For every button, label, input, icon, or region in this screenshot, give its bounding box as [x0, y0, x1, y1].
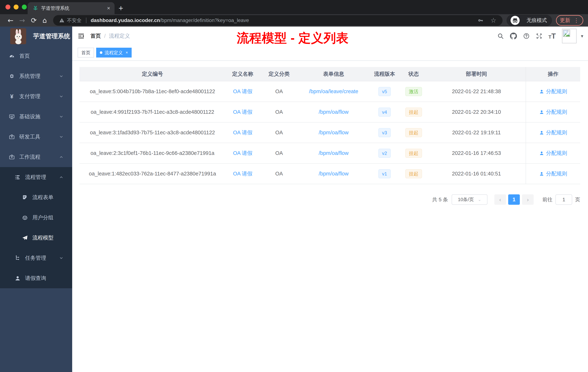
key-icon[interactable] [477, 17, 483, 23]
definition-name-link[interactable]: OA 请假 [233, 170, 252, 177]
reload-icon[interactable]: ⟳ [31, 17, 37, 24]
breadcrumb-home[interactable]: 首页 [90, 33, 101, 40]
definition-name-link[interactable]: OA 请假 [233, 150, 252, 157]
table-row: oa_leave:2:3c1f0ef1-76b1-11ec-9c66-a2380… [79, 143, 580, 164]
back-icon[interactable]: ← [8, 17, 13, 24]
sidebar-toggle-icon[interactable] [78, 33, 84, 39]
new-tab-button[interactable]: + [118, 3, 123, 13]
fullscreen-icon[interactable] [536, 33, 542, 39]
sidebar-item-infra[interactable]: 基础设施 [0, 107, 72, 127]
sidebar-item-pay[interactable]: ¥ 支付管理 [0, 86, 72, 107]
form-link[interactable]: /bpm/oa/flow [319, 150, 348, 156]
column-header: 定义分类 [260, 67, 298, 81]
form-link[interactable]: /bpm/oa/flow [319, 130, 348, 136]
chevron-down-icon [59, 256, 63, 260]
sidebar-item-home[interactable]: 首页 [0, 46, 72, 66]
goto-page: 前往 页 [542, 194, 580, 205]
user-icon [539, 151, 544, 156]
tag-home[interactable]: 首页 [78, 48, 94, 57]
sidebar-logo[interactable]: 芋道管理系统 [0, 27, 72, 46]
current-page-button[interactable]: 1 [508, 194, 520, 205]
logo-avatar [10, 28, 26, 44]
github-icon[interactable] [510, 33, 517, 40]
sidebar-item-label: 流程模型 [32, 234, 53, 241]
browser-tab[interactable]: 芋道管理系统 × [28, 2, 115, 14]
table-row: oa_leave:1:482ec033-762a-11ec-8477-a2380… [79, 164, 580, 184]
update-label[interactable]: 更新 [560, 17, 570, 24]
help-icon[interactable] [523, 33, 530, 39]
column-header: 状态 [400, 67, 427, 81]
briefcase-icon [9, 154, 15, 160]
bookmark-star-icon[interactable]: ☆ [491, 17, 496, 24]
avatar-caret-icon[interactable]: ▾ [581, 33, 583, 39]
sidebar-item-devtools[interactable]: 研发工具 [0, 127, 72, 147]
sidebar-item-workflow[interactable]: 工作流程 [0, 147, 72, 167]
sidebar: 芋道管理系统 首页 系统管理 [0, 27, 72, 372]
tab-close-icon[interactable]: × [107, 5, 110, 11]
sidebar-item-user-group[interactable]: 用户分组 [0, 208, 72, 228]
home-icon[interactable]: ⌂ [42, 17, 47, 24]
deploy-time-cell: 2022-01-16 17:46:53 [427, 143, 526, 163]
window-controls[interactable] [5, 5, 27, 10]
avatar[interactable] [562, 29, 577, 43]
page-size-value: 10条/页 [458, 196, 474, 203]
assign-rule-button[interactable]: 分配规则 [539, 109, 567, 116]
tag-process-definition[interactable]: 流程定义 × [96, 48, 132, 57]
update-chip[interactable]: 更新 ⋮ [556, 15, 583, 26]
sidebar-item-system[interactable]: 系统管理 [0, 66, 72, 86]
tag-label: 首页 [81, 50, 90, 56]
sidebar-item-label: 基础设施 [19, 113, 40, 120]
definition-name-link[interactable]: OA 请假 [233, 109, 252, 116]
chevron-down-icon [59, 114, 63, 119]
assign-rule-button[interactable]: 分配规则 [539, 170, 567, 177]
form-link[interactable]: /bpm/oa/flow [319, 109, 348, 115]
form-link[interactable]: /bpm/oa/flow [319, 171, 348, 177]
browser-toolbar: ← → ⟳ ⌂ 不安全 dashboard.yudao.iocoder.cn/b… [0, 14, 588, 27]
table-row: oa_leave:5:004b710b-7b8a-11ec-8ef0-acde4… [79, 81, 580, 102]
forward-icon[interactable]: → [19, 17, 25, 24]
zoom-window-button[interactable] [22, 5, 27, 10]
prev-page-button[interactable]: ‹ [494, 194, 506, 205]
sidebar-item-label: 用户分组 [32, 214, 53, 221]
definition-name-link[interactable]: OA 请假 [233, 129, 252, 136]
search-icon[interactable] [497, 33, 504, 39]
address-bar[interactable]: 不安全 dashboard.yudao.iocoder.cn/bpm/manag… [53, 15, 503, 26]
page-size-select[interactable]: 10条/页 ⌄ [452, 194, 487, 205]
robot-icon [22, 215, 28, 221]
definition-id-cell: oa_leave:3:1fad3d93-7b75-11ec-a3c8-acde4… [79, 122, 225, 143]
assign-rule-button[interactable]: 分配规则 [539, 88, 567, 95]
sidebar-item-leave-query[interactable]: 请假查询 [0, 268, 72, 288]
chevron-down-icon [59, 135, 63, 139]
sidebar-item-process-form[interactable]: 流程表单 [0, 187, 72, 208]
font-size-icon[interactable]: TT [548, 32, 556, 40]
column-header: 操作 [526, 67, 580, 81]
chevron-down-icon [59, 94, 63, 99]
sidebar-item-task-mgmt[interactable]: 任务管理 [0, 248, 72, 268]
sidebar-item-label: 任务管理 [25, 254, 46, 262]
security-label[interactable]: 不安全 [67, 17, 82, 24]
navbar-actions: TT ▾ [491, 29, 588, 43]
assign-rule-button[interactable]: 分配规则 [539, 129, 567, 136]
form-link[interactable]: /bpm/oa/leave/create [309, 88, 358, 94]
sidebar-item-process-mgmt[interactable]: 流程管理 [0, 167, 72, 187]
tag-close-icon[interactable]: × [126, 50, 128, 55]
definition-id-cell: oa_leave:2:3c1f0ef1-76b1-11ec-9c66-a2380… [79, 143, 225, 163]
pagination-total: 共 5 条 [432, 196, 448, 203]
tree-icon [15, 255, 21, 261]
definition-name-link[interactable]: OA 请假 [233, 88, 252, 95]
column-header: 流程版本 [369, 67, 400, 81]
column-header: 定义编号 [79, 67, 225, 81]
assign-rule-button[interactable]: 分配规则 [539, 150, 567, 157]
close-window-button[interactable] [5, 5, 10, 10]
sidebar-item-process-model[interactable]: 流程模型 [0, 228, 72, 248]
warning-icon [59, 18, 64, 23]
next-page-button[interactable]: › [522, 194, 534, 205]
goto-page-input[interactable] [556, 194, 572, 205]
status-badge: 激活 [405, 87, 422, 96]
pagination: 共 5 条 10条/页 ⌄ ‹ 1 › 前往 页 [79, 194, 580, 205]
deploy-time-cell: 2022-01-22 21:48:38 [427, 81, 526, 101]
browser-menu-icon[interactable]: ⋮ [574, 17, 579, 24]
definition-id-cell: oa_leave:4:991f2193-7b7f-11ec-a3c8-acde4… [79, 102, 225, 122]
sidebar-item-label: 流程管理 [25, 174, 46, 181]
minimize-window-button[interactable] [14, 5, 19, 10]
